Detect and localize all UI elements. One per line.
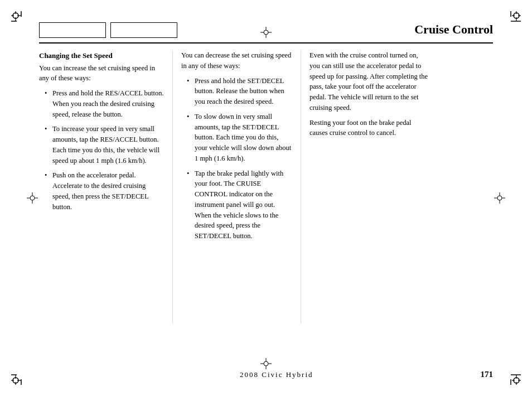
corner-mark-tr	[504, 11, 521, 28]
svg-point-33	[264, 361, 268, 366]
main-content: Changing the Set Speed You can increase …	[22, 50, 510, 323]
footer-center: 2008 Civic Hybrid	[240, 370, 313, 379]
corner-mark-tl	[11, 11, 28, 28]
col1-bullet-3: Push on the accelerator pedal. Accelerat…	[45, 170, 164, 212]
col1-bullet-list: Press and hold the RES/ACCEL button. Whe…	[39, 88, 164, 212]
crosshair-left	[27, 192, 38, 204]
page: Cruise Control Changing the Set Speed Yo…	[0, 0, 532, 396]
col3-para1: Even with the cruise control turned on, …	[309, 50, 429, 113]
col2-bullet-list: Press and hold the SET/DECEL button. Rel…	[181, 76, 292, 242]
section-title: Changing the Set Speed	[39, 50, 164, 61]
crosshair-top	[260, 27, 272, 38]
col3-para2: Resting your foot on the brake pedal cau…	[309, 118, 429, 139]
col2-bullet-1: Press and hold the SET/DECEL button. Rel…	[187, 76, 292, 107]
footer: 2008 Civic Hybrid 171	[0, 370, 532, 379]
col2-bullet-3: Tap the brake pedal lightly with your fo…	[187, 168, 292, 242]
svg-point-38	[30, 196, 35, 200]
column-1: Changing the Set Speed You can increase …	[39, 50, 173, 323]
crosshair-right	[494, 192, 505, 204]
tab-box-2[interactable]	[110, 22, 177, 38]
col2-bullet-2: To slow down in very small amounts, tap …	[187, 112, 292, 164]
tab-group	[39, 22, 177, 38]
header-rule	[39, 42, 493, 44]
column-3: Even with the cruise control turned on, …	[301, 50, 429, 323]
page-title: Cruise Control	[414, 22, 493, 37]
col1-intro: You can increase the set cruising speed …	[39, 63, 164, 84]
tab-box-1[interactable]	[39, 22, 106, 38]
footer-page-number: 171	[481, 370, 494, 379]
col2-intro: You can decrease the set cruising speed …	[181, 50, 292, 71]
column-2: You can decrease the set cruising speed …	[173, 50, 301, 323]
svg-point-28	[264, 30, 268, 35]
crosshair-bottom	[260, 358, 272, 369]
col1-bullet-1: Press and hold the RES/ACCEL button. Whe…	[45, 88, 164, 119]
col1-bullet-2: To increase your speed in very small amo…	[45, 124, 164, 166]
svg-point-43	[497, 196, 502, 200]
